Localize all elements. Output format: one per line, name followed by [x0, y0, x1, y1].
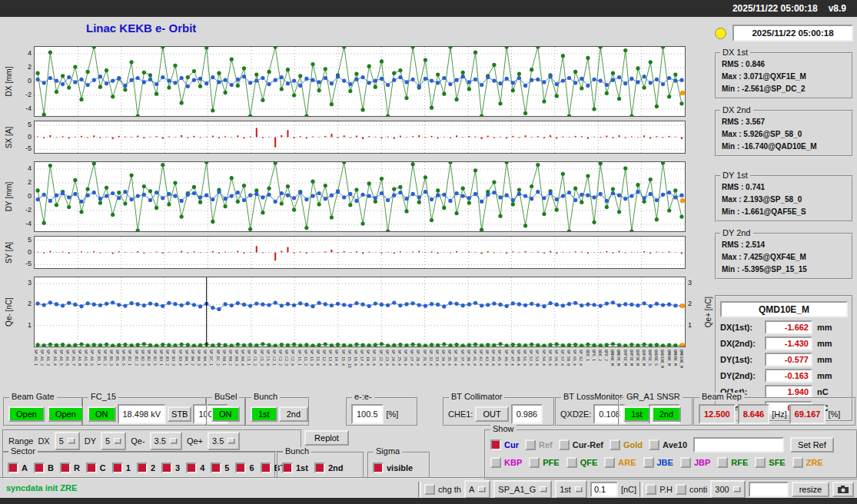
range-dx-select[interactable]: 5 — [55, 432, 80, 450]
checkbox-jbe[interactable]: JBE — [643, 457, 673, 468]
replot-button[interactable]: Replot — [304, 430, 349, 446]
checkbox-gold[interactable]: Gold — [610, 439, 643, 450]
beam-gate-open1-button[interactable]: Open — [8, 406, 45, 422]
checkbox-kbp[interactable]: KBP — [490, 457, 522, 468]
checkbox-4[interactable]: 4 — [186, 463, 204, 473]
checkbox-are[interactable]: ARE — [604, 457, 636, 468]
checkbox-conti[interactable]: conti — [676, 484, 707, 495]
bpm-label: SP_51_4 — [523, 350, 527, 366]
checkbox-6[interactable]: 6 — [235, 463, 254, 473]
dx-plot[interactable] — [34, 46, 686, 117]
sector-select[interactable]: A — [464, 480, 490, 499]
checkbox-1[interactable]: 1 — [112, 463, 131, 473]
set-ref-button[interactable]: Set Ref — [790, 437, 834, 453]
checkbox-label: JBP — [694, 458, 710, 467]
bpm-label: SP_32_4 — [429, 350, 433, 366]
bpm-labels: SP_A1_1SP_A1_2SP_A1_3SP_A1_4SP_A1_5SP_A1… — [34, 349, 686, 396]
checkbox-2[interactable]: 2 — [137, 463, 155, 473]
checkbox-cur-ref[interactable]: Cur-Ref — [559, 439, 603, 450]
status-lamp[interactable] — [715, 28, 726, 39]
bpm-label: SP_17_4 — [360, 350, 364, 366]
fc15-stb-button[interactable]: STB — [168, 406, 191, 422]
stat-dx-1st-rms: RMS : 0.846 — [722, 58, 849, 71]
checkbox-label: PFE — [543, 458, 559, 467]
bpm-label: SP_48_4 — [517, 350, 521, 366]
checkbox-qfe[interactable]: QFE — [566, 457, 598, 468]
checkbox-jbp[interactable]: JBP — [680, 457, 710, 468]
bpm-label: SP_56_4 — [554, 350, 559, 366]
bpm-label: QMD6E_M — [610, 350, 615, 366]
checkbox-2nd[interactable]: 2nd — [314, 463, 344, 473]
points-select[interactable]: 300 — [710, 480, 745, 499]
beam-gate-open2-button[interactable]: Open — [48, 406, 84, 422]
bpm-label: SP_54_4 — [542, 350, 546, 366]
threshold-entry[interactable] — [590, 482, 618, 497]
bpm-label: SP_A1_6 — [65, 350, 70, 366]
che1-state-button[interactable]: OUT — [475, 406, 508, 422]
checkbox-ref[interactable]: Ref — [525, 439, 553, 450]
checkbox-ave10[interactable]: Ave10 — [649, 439, 687, 450]
bpm-label: SP_C1_3 — [260, 350, 264, 366]
busel-on-button[interactable]: ON — [211, 406, 240, 422]
bpm-label: SP_23_4 — [385, 350, 390, 366]
checkbox-pfe[interactable]: PFE — [529, 457, 559, 468]
screenshot-button[interactable] — [832, 482, 854, 497]
y-tick: 4 — [28, 49, 32, 57]
y-tick: 0 — [28, 77, 32, 85]
extra-entry[interactable] — [749, 482, 789, 497]
range-qe--select[interactable]: 3.5 — [150, 432, 182, 450]
bpm-label: SP_C2_4 — [291, 350, 295, 366]
gr-snsr-1st-button[interactable]: 1st — [623, 406, 650, 422]
checkbox-b[interactable]: B — [34, 463, 54, 473]
bpm-label: SP_61_4 — [573, 350, 577, 366]
fc15-on-button[interactable]: ON — [88, 406, 116, 422]
checkbox-indicator — [235, 463, 246, 473]
checkbox-c[interactable]: C — [86, 463, 106, 473]
gr-snsr-2nd-button[interactable]: 2nd — [652, 406, 681, 422]
bpm-label: SP_B4_2 — [191, 350, 195, 366]
checkbox-ph[interactable]: P.H — [646, 484, 673, 495]
checkbox-r[interactable]: R — [60, 463, 80, 473]
bpm-label: SP_B1_2 — [103, 350, 108, 366]
window-titlebar: 2025/11/22 05:00:18 v8.9 — [0, 0, 857, 17]
checkbox-label: ZRE — [806, 458, 823, 467]
bpm-label: SP_C2_3 — [284, 350, 289, 366]
bunch-select[interactable]: 1st — [555, 480, 587, 499]
checkbox-chg-th[interactable]: chg th — [424, 484, 461, 495]
monitor-row: DX(2nd):-1.430mm — [720, 337, 848, 350]
checkbox-5[interactable]: 5 — [211, 463, 229, 473]
checkbox-zre[interactable]: ZRE — [792, 457, 823, 468]
sy-plot[interactable] — [34, 236, 686, 269]
bpm-label: QXF1E_M — [623, 350, 628, 366]
ee-ratio-group: e-:e- 100.5 [%] — [346, 397, 418, 426]
sx-plot[interactable] — [34, 121, 686, 154]
checkbox-a[interactable]: A — [8, 463, 28, 473]
monitor-row-value: -0.163 — [765, 369, 812, 383]
checkbox-rfe[interactable]: RFE — [717, 457, 748, 468]
bt-collimator-group: BT Collimator CHE1: OUT 0.986 — [443, 397, 555, 426]
range-qe--select[interactable]: 3.5 — [208, 432, 240, 450]
checkbox-cur[interactable]: Cur — [490, 439, 519, 450]
bpm-label: SP_R0_3 — [234, 350, 239, 366]
range-dy-select[interactable]: 5 — [101, 432, 126, 450]
stat-dx-2nd: DX 2nd RMS : 3.567 Max : 5.926@SP_58_0 M… — [715, 110, 853, 157]
checkbox-indicator — [424, 484, 435, 495]
dy-plot[interactable] — [34, 161, 686, 232]
checkbox-1st[interactable]: 1st — [282, 463, 308, 473]
bunch-1st-button[interactable]: 1st — [251, 406, 277, 422]
bpm-label: SP_58_0 — [566, 350, 571, 366]
bpm-select[interactable]: SP_A1_G — [493, 480, 552, 499]
qe-plot[interactable] — [34, 277, 686, 347]
bpm-label: SP_11_3 — [310, 350, 314, 366]
stat-dy-2nd-min: Min : -5.395@SP_15_15 — [722, 264, 849, 276]
beam-gate-group: Beam Gate Open Open — [3, 397, 83, 426]
bunch-2nd-button[interactable]: 2nd — [279, 406, 308, 422]
checkbox-3[interactable]: 3 — [161, 463, 180, 473]
resize-button[interactable]: resize — [792, 482, 829, 497]
checkbox-sfe[interactable]: SFE — [755, 457, 785, 468]
bpm-label: SP_27_4 — [410, 350, 414, 366]
checkbox-visible[interactable]: visible — [373, 463, 413, 473]
monitor-row-value: -0.577 — [765, 353, 812, 366]
show-ref-entry[interactable] — [693, 437, 784, 453]
checkbox-label: 2 — [151, 463, 155, 472]
